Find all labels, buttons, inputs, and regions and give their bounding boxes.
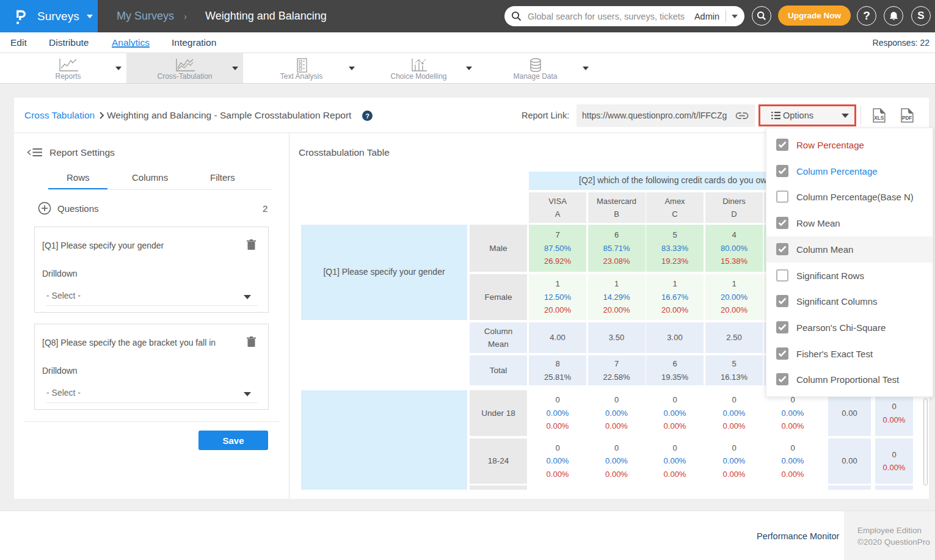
svg-text:PDF: PDF — [902, 115, 912, 121]
svg-text:XLS: XLS — [874, 115, 884, 121]
svg-text:?: ? — [365, 112, 369, 119]
